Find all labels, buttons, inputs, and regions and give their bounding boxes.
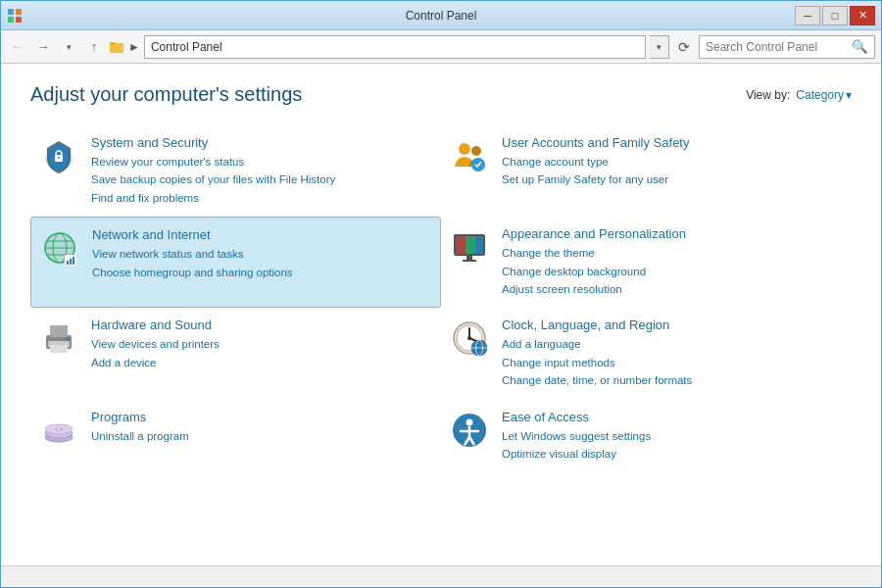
titlebar-left (7, 8, 23, 24)
view-by-dropdown[interactable]: Category ▾ (796, 88, 852, 102)
svg-rect-3 (16, 17, 22, 23)
category-network: Network and Internet View network status… (30, 217, 441, 308)
category-user-accounts: User Accounts and Family Safety Change a… (441, 125, 852, 217)
svg-rect-1 (16, 9, 22, 15)
titlebar-title: Control Panel (406, 9, 477, 23)
ease-link-1[interactable]: Let Windows suggest settings (502, 427, 844, 445)
user-link-2[interactable]: Set up Family Safety for any user (502, 171, 844, 188)
appearance-link-1[interactable]: Change the theme (502, 244, 844, 262)
appearance-icon (449, 226, 490, 268)
programs-link-1[interactable]: Uninstall a program (91, 427, 433, 445)
addressbar: ← → ▾ ↑ ► Control Panel ▾ ⟳ 🔍 (1, 30, 881, 64)
svg-rect-26 (475, 236, 483, 254)
refresh-button[interactable]: ⟳ (673, 36, 695, 58)
svg-point-9 (459, 143, 470, 155)
network-text: Network and Internet View network status… (92, 227, 432, 281)
dropdown-nav-button[interactable]: ▾ (58, 36, 79, 58)
svg-rect-32 (50, 345, 68, 353)
statusbar (1, 565, 881, 587)
network-link-2[interactable]: Choose homegroup and sharing options (92, 264, 432, 281)
clock-link-1[interactable]: Add a language (502, 335, 844, 353)
svg-point-47 (57, 428, 61, 430)
category-clock: Clock, Language, and Region Add a langua… (441, 308, 852, 399)
categories-grid: System and Security Review your computer… (30, 125, 852, 472)
svg-point-49 (466, 418, 473, 425)
ease-text: Ease of Access Let Windows suggest setti… (502, 410, 844, 464)
svg-rect-25 (466, 236, 475, 254)
window: Control Panel ─ □ ✕ ← → ▾ ↑ ► Control Pa… (0, 0, 882, 588)
up-button[interactable]: ↑ (83, 36, 105, 58)
svg-rect-28 (463, 260, 476, 262)
window-controls: ─ □ ✕ (795, 6, 875, 25)
category-appearance: Appearance and Personalization Change th… (441, 217, 852, 308)
ease-icon (449, 410, 490, 451)
category-programs: Programs Uninstall a program (30, 400, 441, 473)
svg-rect-0 (8, 9, 14, 15)
system-link-2[interactable]: Save backup copies of your files with Fi… (91, 171, 433, 188)
svg-point-33 (66, 337, 70, 341)
category-system-security: System and Security Review your computer… (30, 125, 441, 217)
appearance-text: Appearance and Personalization Change th… (502, 226, 844, 298)
network-icon (39, 227, 80, 269)
address-folder-icon (109, 39, 124, 55)
programs-text: Programs Uninstall a program (91, 410, 433, 445)
programs-title[interactable]: Programs (91, 410, 433, 424)
network-title[interactable]: Network and Internet (92, 227, 432, 242)
svg-point-10 (471, 146, 481, 156)
hardware-text: Hardware and Sound View devices and prin… (91, 318, 433, 371)
search-input[interactable] (706, 40, 852, 54)
user-link-1[interactable]: Change account type (502, 153, 844, 171)
svg-point-38 (467, 336, 471, 340)
ease-title[interactable]: Ease of Access (502, 410, 844, 424)
address-dropdown-button[interactable]: ▾ (650, 35, 669, 59)
back-button[interactable]: ← (7, 36, 28, 58)
hardware-link-2[interactable]: Add a device (91, 354, 433, 371)
clock-link-3[interactable]: Change date, time, or number formats (502, 371, 844, 389)
view-by-arrow: ▾ (846, 88, 852, 102)
system-security-text: System and Security Review your computer… (91, 135, 433, 207)
network-link-1[interactable]: View network status and tasks (92, 245, 432, 263)
address-box[interactable]: Control Panel (144, 35, 646, 59)
ease-link-2[interactable]: Optimize visual display (502, 445, 844, 463)
address-text: Control Panel (151, 40, 222, 54)
titlebar-app-icon (7, 8, 23, 24)
appearance-title[interactable]: Appearance and Personalization (502, 226, 844, 241)
page-header: Adjust your computer's settings View by:… (30, 83, 852, 106)
hardware-link-1[interactable]: View devices and printers (91, 335, 433, 353)
appearance-link-2[interactable]: Change desktop background (502, 263, 844, 280)
view-by-label: View by: (746, 88, 790, 102)
svg-rect-31 (50, 325, 68, 337)
system-security-icon (38, 135, 79, 176)
breadcrumb-arrow: ► (128, 40, 140, 54)
svg-point-8 (58, 157, 60, 159)
system-link-3[interactable]: Find and fix problems (91, 189, 433, 207)
svg-rect-21 (73, 257, 74, 265)
clock-title[interactable]: Clock, Language, and Region (502, 318, 844, 332)
user-accounts-text: User Accounts and Family Safety Change a… (502, 135, 844, 189)
minimize-button[interactable]: ─ (795, 6, 820, 25)
user-accounts-title[interactable]: User Accounts and Family Safety (502, 135, 844, 150)
hardware-title[interactable]: Hardware and Sound (91, 318, 433, 332)
svg-rect-19 (67, 261, 69, 265)
forward-button[interactable]: → (32, 36, 54, 58)
svg-rect-5 (110, 42, 116, 45)
category-hardware: Hardware and Sound View devices and prin… (30, 308, 441, 399)
clock-link-2[interactable]: Change input methods (502, 354, 844, 371)
view-by: View by: Category ▾ (746, 88, 852, 102)
search-button[interactable]: 🔍 (852, 39, 868, 54)
maximize-button[interactable]: □ (822, 6, 848, 25)
system-security-title[interactable]: System and Security (91, 135, 433, 150)
svg-rect-2 (8, 17, 14, 23)
category-ease: Ease of Access Let Windows suggest setti… (441, 400, 852, 473)
system-link-1[interactable]: Review your computer's status (91, 153, 433, 171)
svg-rect-27 (466, 256, 472, 260)
view-by-value: Category (796, 88, 844, 102)
hardware-icon (38, 318, 79, 359)
appearance-link-3[interactable]: Adjust screen resolution (502, 280, 844, 298)
svg-rect-20 (70, 259, 72, 265)
clock-icon (449, 318, 490, 359)
search-box: 🔍 (699, 35, 875, 59)
close-button[interactable]: ✕ (850, 6, 875, 25)
page-title: Adjust your computer's settings (30, 83, 302, 106)
main-content: Adjust your computer's settings View by:… (1, 64, 881, 565)
